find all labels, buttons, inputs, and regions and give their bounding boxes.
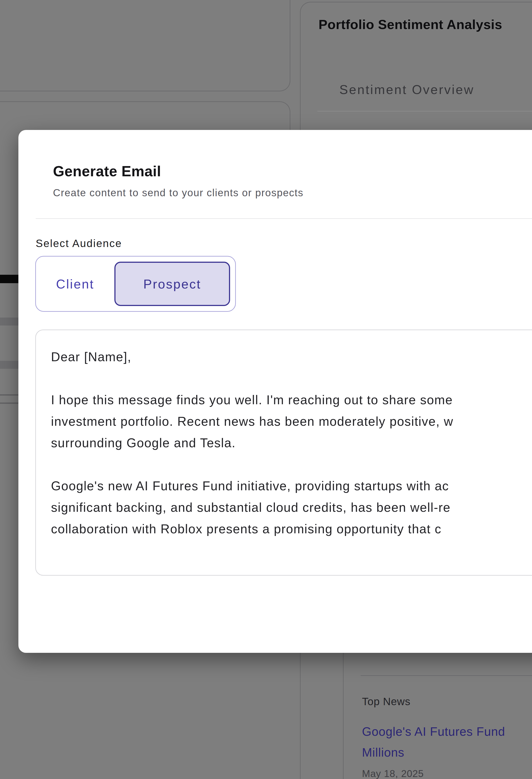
dimmed-ui-fragment-band	[0, 317, 18, 325]
email-preview-box[interactable]: Dear [Name], I hope this message finds y…	[35, 329, 532, 576]
news-article-link-line1: Google's AI Futures Fund	[362, 721, 505, 742]
audience-option-client[interactable]: Client	[36, 256, 114, 311]
sentiment-overview-heading: Sentiment Overview	[339, 82, 474, 97]
dimmed-ui-fragment-bar	[0, 275, 18, 283]
dialog-title: Generate Email	[53, 163, 161, 180]
news-section-divider	[361, 675, 532, 676]
sentiment-section-divider	[318, 111, 532, 112]
news-article-link[interactable]: Google's AI Futures Fund Millions	[362, 721, 505, 763]
dimmed-ui-fragment-line	[0, 403, 18, 404]
top-news-heading: Top News	[362, 696, 410, 708]
dialog-subtitle: Create content to send to your clients o…	[53, 187, 304, 199]
audience-option-prospect[interactable]: Prospect	[114, 262, 230, 306]
dimmed-ui-fragment-line	[0, 394, 18, 396]
select-audience-label: Select Audience	[36, 237, 122, 249]
news-article-date: May 18, 2025	[362, 768, 424, 779]
background-card-outline-top-left	[0, 0, 290, 92]
app-page: Portfolio Sentiment Analysis Sentiment O…	[0, 0, 532, 779]
generate-email-dialog: Generate Email Create content to send to…	[18, 130, 532, 653]
sentiment-analysis-title: Portfolio Sentiment Analysis	[319, 17, 502, 32]
news-article-link-line2: Millions	[362, 742, 505, 763]
email-preview-text: Dear [Name], I hope this message finds y…	[51, 346, 532, 540]
dimmed-ui-fragment-band	[0, 361, 18, 369]
dialog-header-divider	[36, 218, 532, 219]
audience-toggle-group: Client Prospect	[35, 256, 236, 312]
